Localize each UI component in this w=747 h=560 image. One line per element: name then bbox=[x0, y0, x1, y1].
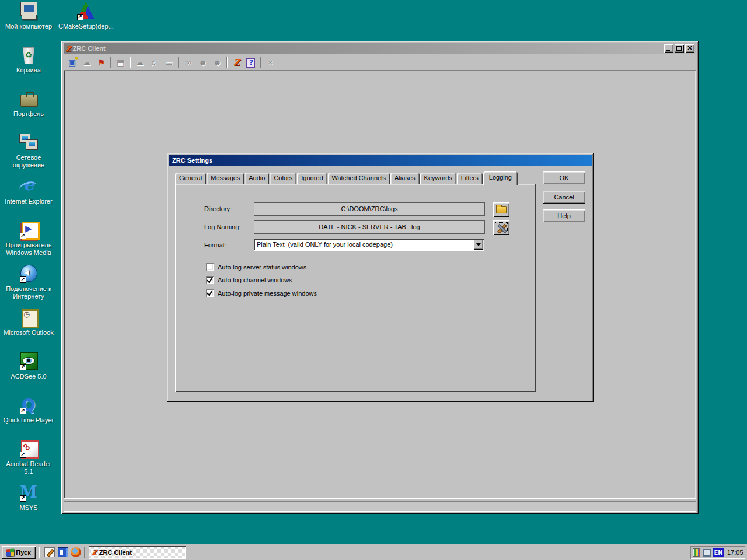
desktop-icon-acrobat[interactable]: Acrobat Reader 5.1 bbox=[1, 439, 56, 475]
checkbox-label: Auto-log channel windows bbox=[218, 276, 292, 284]
toolbar-zrc-about-button[interactable]: Z bbox=[229, 56, 244, 69]
tab-watched-channels[interactable]: Watched Channels bbox=[328, 173, 390, 184]
outlook-icon bbox=[19, 307, 39, 327]
clock: 17:05 bbox=[727, 549, 743, 556]
desktop-icon-label: QuickTime Player bbox=[1, 416, 56, 424]
desktop-icon-quicktime[interactable]: QuickTime Player bbox=[1, 395, 56, 424]
toolbar-server-list-button[interactable]: ☁ bbox=[79, 56, 94, 69]
toolbar-disconnect-button[interactable]: × bbox=[263, 56, 278, 69]
toolbar-sound-button[interactable]: ♬ bbox=[147, 56, 162, 69]
cancel-button[interactable]: Cancel bbox=[543, 191, 585, 204]
desktop-icon-msys[interactable]: MSYS bbox=[1, 482, 56, 512]
find-text-icon: ∞ bbox=[186, 58, 191, 66]
tab-keywords[interactable]: Keywords bbox=[420, 173, 456, 184]
toolbar-separator bbox=[178, 57, 179, 68]
disconnect-icon: × bbox=[268, 58, 273, 66]
log-naming-field[interactable]: DATE - NICK - SERVER - TAB . log bbox=[254, 220, 485, 234]
firefox-icon[interactable] bbox=[71, 547, 81, 557]
app-window-icon[interactable] bbox=[58, 547, 68, 557]
directory-field[interactable]: C:\DOOM\ZRC\logs bbox=[254, 202, 485, 216]
windows-logo-icon bbox=[6, 549, 14, 556]
show-desktop-icon[interactable] bbox=[44, 547, 55, 557]
logging-tab-panel: Directory: C:\DOOM\ZRC\logs Log Naming: … bbox=[175, 184, 536, 392]
toolbar: ▣*☁⚑▤☁♬▭∞☻☻Z?× bbox=[64, 55, 696, 70]
toolbar-find-channel-button[interactable]: ☻ bbox=[210, 56, 225, 69]
desktop-icon-acdsee[interactable]: ACDSee 5.0 bbox=[1, 351, 56, 380]
tab-aliases[interactable]: Aliases bbox=[390, 173, 419, 184]
checkbox-row: Auto-log server status windows bbox=[206, 263, 306, 271]
internet-connection-icon bbox=[19, 264, 39, 284]
toolbar-find-text-button[interactable]: ∞ bbox=[181, 56, 196, 69]
toolbar-separator bbox=[260, 57, 261, 68]
recycle-bin-icon bbox=[19, 45, 39, 65]
close-button[interactable]: × bbox=[685, 44, 694, 52]
language-indicator[interactable]: EN bbox=[713, 548, 724, 557]
toolbar-new-connection-button[interactable]: ▣* bbox=[65, 56, 79, 69]
format-select[interactable]: Plain Text (valid ONLY for your local co… bbox=[254, 239, 484, 251]
desktop-icon-internet-connection[interactable]: Подключение к Интернету bbox=[1, 264, 56, 300]
minimize-button[interactable] bbox=[664, 44, 673, 52]
desktop: Мой компьютерКорзинаПортфельСетевое окру… bbox=[0, 0, 747, 560]
tab-ignored[interactable]: Ignored bbox=[297, 173, 327, 184]
desktop-icon-cmake[interactable]: CMakeSetup(dep... bbox=[58, 1, 113, 30]
desktop-icon-briefcase[interactable]: Портфель bbox=[1, 89, 56, 118]
desktop-icon-label: Microsoft Outlook bbox=[1, 329, 56, 337]
tab-filters[interactable]: Filters bbox=[457, 173, 483, 184]
desktop-icon-recycle-bin[interactable]: Корзина bbox=[1, 45, 56, 74]
tab-general[interactable]: General bbox=[175, 173, 206, 184]
find-channel-icon: ☻ bbox=[213, 58, 222, 66]
internet-explorer-icon bbox=[19, 176, 39, 196]
briefcase-icon bbox=[19, 89, 39, 108]
toolbar-log-file-button[interactable]: ▭ bbox=[162, 56, 176, 69]
toolbar-send-button[interactable]: ☁ bbox=[132, 56, 147, 69]
tab-audio[interactable]: Audio bbox=[245, 173, 269, 184]
task-button-label: ZRC Client bbox=[99, 549, 132, 556]
desktop-icon-internet-explorer[interactable]: Internet Explorer bbox=[1, 176, 56, 205]
quicktime-icon bbox=[19, 395, 39, 415]
find-nick-icon: ☻ bbox=[198, 58, 207, 66]
toolbar-copy-button[interactable]: ▤ bbox=[113, 56, 128, 69]
format-dropdown-button[interactable] bbox=[473, 240, 483, 250]
desktop-icon-label: Internet Explorer bbox=[1, 198, 56, 205]
tab-messages[interactable]: Messages bbox=[207, 173, 244, 184]
desktop-icon-outlook[interactable]: Microsoft Outlook bbox=[1, 307, 56, 337]
sound-icon: ♬ bbox=[151, 58, 159, 66]
shortcut-arrow-icon bbox=[20, 233, 26, 239]
network-tray-icon[interactable] bbox=[703, 549, 711, 556]
system-tray: EN 17:05 bbox=[690, 546, 745, 559]
help-button[interactable]: Help bbox=[543, 209, 585, 222]
taskbar-divider bbox=[39, 547, 40, 558]
stats-tray-icon[interactable] bbox=[693, 548, 700, 556]
taskbar: Пуск Z ZRC Client EN 17:05 bbox=[0, 544, 747, 560]
auto-log-channel-windows-checkbox[interactable] bbox=[206, 276, 214, 284]
tab-colors[interactable]: Colors bbox=[270, 173, 296, 184]
checkbox-label: Auto-log server status windows bbox=[218, 264, 306, 271]
toolbar-separator bbox=[110, 57, 111, 68]
toolbar-find-nick-button[interactable]: ☻ bbox=[196, 56, 210, 69]
log-naming-options-button[interactable] bbox=[493, 220, 509, 235]
auto-log-server-status-windows-checkbox[interactable] bbox=[206, 263, 214, 271]
toolbar-channels-button[interactable]: ⚑ bbox=[94, 56, 109, 69]
auto-log-private-message-windows-checkbox[interactable] bbox=[206, 289, 214, 297]
toolbar-help-button[interactable]: ? bbox=[244, 56, 259, 69]
ok-button[interactable]: OK bbox=[543, 172, 585, 184]
tab-row: GeneralMessagesAudioColorsIgnoredWatched… bbox=[175, 172, 518, 185]
dialog-titlebar[interactable]: ZRC Settings bbox=[169, 155, 592, 166]
maximize-icon bbox=[676, 46, 682, 51]
desktop-icon-network-neighborhood[interactable]: Сетевое окружение bbox=[1, 132, 56, 169]
desktop-icon-windows-media-player[interactable]: Проигрыватель Windows Media bbox=[1, 220, 56, 257]
start-button[interactable]: Пуск bbox=[2, 546, 36, 559]
directory-label: Directory: bbox=[204, 205, 232, 212]
my-computer-icon bbox=[19, 1, 39, 21]
format-value: Plain Text (valid ONLY for your local co… bbox=[257, 239, 472, 251]
maximize-button[interactable] bbox=[675, 44, 684, 52]
zrc-client-task-button[interactable]: Z ZRC Client bbox=[89, 546, 186, 559]
toolbar-separator bbox=[130, 57, 131, 68]
shortcut-arrow-icon bbox=[77, 14, 83, 20]
desktop-icon-my-computer[interactable]: Мой компьютер bbox=[1, 1, 56, 30]
browse-directory-button[interactable] bbox=[493, 202, 509, 217]
copy-icon: ▤ bbox=[117, 58, 124, 66]
window-titlebar[interactable]: Z ZRC Client × bbox=[64, 43, 696, 54]
tools-icon bbox=[496, 223, 507, 233]
tab-logging[interactable]: Logging bbox=[483, 172, 518, 185]
